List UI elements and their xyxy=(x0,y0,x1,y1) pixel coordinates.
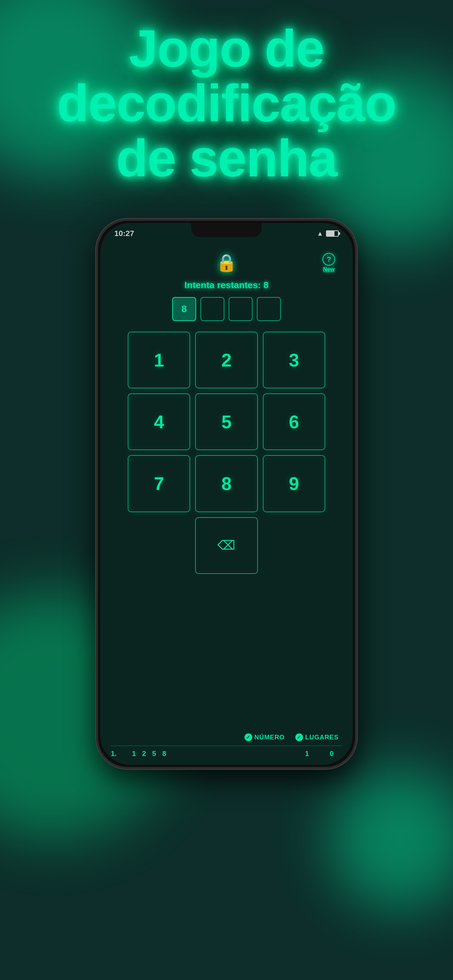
phone-frame: 10:27 ▲ 🔒 ? New xyxy=(96,219,357,769)
history-row-1: 1. 1 2 5 8 1 0 xyxy=(111,749,342,758)
battery-fill xyxy=(327,231,334,236)
divider xyxy=(111,745,342,746)
title-area: Jogo de decodificação de senha xyxy=(0,21,453,186)
phone-screen: 10:27 ▲ 🔒 ? New xyxy=(100,223,353,765)
code-slots: 8 xyxy=(172,297,281,321)
num-btn-8[interactable]: 8 xyxy=(195,455,257,512)
status-icons: ▲ xyxy=(317,230,339,237)
game-content: 🔒 ? New Intenta restantes: 8 8 xyxy=(100,246,353,765)
history-lugares-1: 0 xyxy=(321,749,342,758)
main-title: Jogo de decodificação de senha xyxy=(21,21,432,186)
legend-lugares: ✓ LUGARES xyxy=(295,733,339,741)
num-btn-2[interactable]: 2 xyxy=(195,332,257,388)
phone-container: 10:27 ▲ 🔒 ? New xyxy=(96,219,357,769)
numpad: 1 2 3 4 5 6 7 8 9 ⌫ xyxy=(128,332,325,574)
volume-up-button xyxy=(96,330,97,366)
help-icon[interactable]: ? xyxy=(323,253,335,266)
num-btn-3[interactable]: 3 xyxy=(263,332,325,388)
delete-row: ⌫ xyxy=(195,517,257,574)
history-numero-1: 1 xyxy=(293,749,321,758)
num-btn-7[interactable]: 7 xyxy=(128,455,190,512)
legend-row: ✓ NÚMERO ✓ LUGARES xyxy=(111,733,342,741)
delete-btn[interactable]: ⌫ xyxy=(195,517,257,574)
num-btn-1[interactable]: 1 xyxy=(128,332,190,388)
bg-blob-4 xyxy=(329,768,453,910)
legend-numero-label: NÚMERO xyxy=(254,734,285,741)
check-numero-icon: ✓ xyxy=(245,733,252,741)
history-code-1: 1 2 5 8 xyxy=(125,749,293,758)
legend-numero: ✓ NÚMERO xyxy=(245,733,285,741)
attempts-text: Intenta restantes: 8 xyxy=(184,280,269,291)
code-slot-1 xyxy=(200,297,224,321)
num-btn-9[interactable]: 9 xyxy=(263,455,325,512)
status-time: 10:27 xyxy=(114,229,134,238)
num-btn-4[interactable]: 4 xyxy=(128,393,190,450)
top-row: 🔒 ? New xyxy=(111,253,342,273)
wifi-icon: ▲ xyxy=(317,230,323,237)
num-btn-5[interactable]: 5 xyxy=(195,393,257,450)
code-slot-2 xyxy=(229,297,253,321)
battery-icon xyxy=(326,231,339,237)
power-button xyxy=(356,320,357,362)
history-index-1: 1. xyxy=(111,749,125,758)
volume-down-button xyxy=(96,372,97,408)
new-label[interactable]: New xyxy=(323,266,335,273)
bottom-section: ✓ NÚMERO ✓ LUGARES 1. 1 2 5 8 1 0 xyxy=(100,733,353,765)
code-slot-3 xyxy=(257,297,281,321)
slot-value-0: 8 xyxy=(181,303,187,315)
new-button[interactable]: ? New xyxy=(323,253,335,273)
lock-icon: 🔒 xyxy=(216,253,237,273)
notch xyxy=(191,223,262,237)
code-slot-0: 8 xyxy=(172,297,196,321)
legend-lugares-label: LUGARES xyxy=(305,734,339,741)
silent-button xyxy=(96,298,97,320)
check-lugares-icon: ✓ xyxy=(295,733,303,741)
num-btn-6[interactable]: 6 xyxy=(263,393,325,450)
